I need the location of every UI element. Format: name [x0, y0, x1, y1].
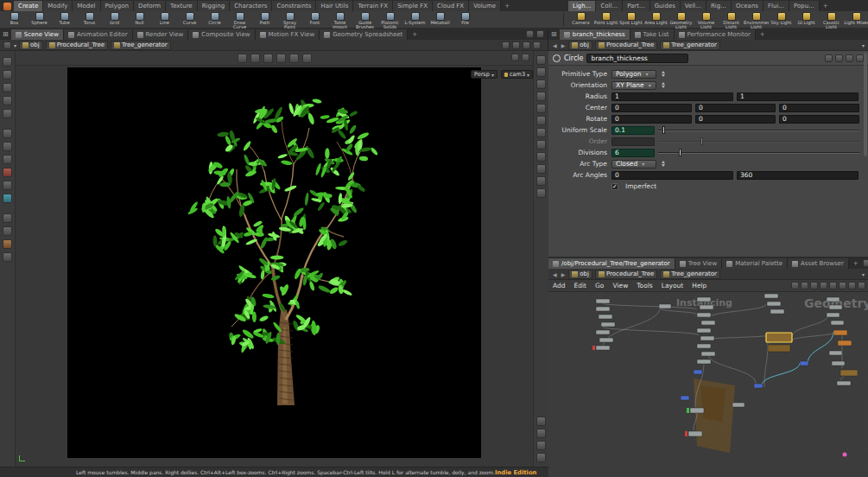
shelf-tab-deform[interactable]: Deform — [134, 1, 166, 11]
network-node[interactable] — [827, 297, 839, 302]
network-node[interactable] — [840, 370, 858, 376]
param-slider-divisions[interactable] — [658, 148, 861, 157]
shelf-tool-grid[interactable]: Grid — [102, 11, 127, 29]
new-shelf-tab-button[interactable]: + — [501, 1, 513, 11]
network-node[interactable] — [831, 321, 844, 325]
display-shaded-icon[interactable] — [536, 55, 546, 65]
param-field-arc-angles-0[interactable]: 0 — [611, 171, 733, 180]
forward-icon[interactable]: ▶ — [561, 42, 567, 48]
shelf-tool-spot-light[interactable]: Spot Light — [618, 11, 643, 29]
path-segment-tree-generator[interactable]: Tree_generator — [111, 41, 171, 50]
new-pane-tab-button[interactable]: + — [849, 258, 863, 269]
shelf-tool-line[interactable]: Line — [152, 11, 177, 29]
display-grid-icon[interactable] — [536, 104, 546, 113]
network-canvas[interactable]: InstancingGeometry — [548, 292, 868, 477]
display-materials-icon[interactable] — [536, 92, 546, 101]
network-node[interactable] — [764, 294, 778, 298]
network-menu-layout[interactable]: Layout — [657, 280, 688, 292]
node-wire[interactable] — [706, 335, 768, 340]
path-segment-procedural-tree[interactable]: Procedural_Tree — [595, 270, 657, 279]
network-tab-material-palette[interactable]: Material Palette — [722, 258, 788, 269]
shelf-tab-rigging[interactable]: Rigging — [198, 1, 231, 11]
network-node[interactable] — [596, 330, 610, 334]
shelf-tab-guides[interactable]: Guides — [650, 1, 681, 11]
grid-snap-icon[interactable] — [810, 282, 818, 289]
shelf-tab-part[interactable]: Part... — [623, 1, 650, 11]
scale-tool-icon[interactable] — [3, 109, 12, 118]
display-background-icon[interactable] — [536, 140, 546, 149]
layout-single-icon[interactable] — [536, 176, 546, 186]
display-lighting-icon[interactable] — [536, 80, 546, 89]
info-tool-icon[interactable] — [3, 252, 12, 262]
display-normals-icon[interactable] — [536, 128, 546, 137]
chevron-down-icon[interactable]: ▾ — [862, 271, 865, 277]
lasso-select-icon[interactable] — [250, 54, 260, 63]
path-segment-obj[interactable]: obj — [568, 41, 592, 50]
param-field-rotate-1[interactable]: 0 — [695, 115, 776, 124]
network-node[interactable] — [596, 346, 610, 350]
pane-tab-animation-editor[interactable]: Animation Editor — [64, 29, 133, 40]
back-icon[interactable]: ◀ — [552, 42, 558, 48]
shelf-tab-volume[interactable]: Volume — [469, 1, 501, 11]
shelf-tool-point-light[interactable]: Point Light — [593, 11, 618, 29]
param-field-divisions[interactable]: 6 — [611, 149, 655, 157]
shelf-tab-cloud-fx[interactable]: Cloud FX — [433, 1, 469, 11]
shelf-tab-oceans[interactable]: Oceans — [732, 1, 763, 11]
node-flag[interactable] — [685, 431, 687, 436]
node-name-field[interactable]: branch_thickness — [586, 54, 688, 63]
network-menu-go[interactable]: Go — [591, 280, 608, 292]
view-tool-icon[interactable] — [3, 57, 12, 67]
network-node[interactable] — [827, 313, 839, 317]
network-menu-tools[interactable]: Tools — [632, 280, 656, 292]
param-field-center-1[interactable]: 0 — [695, 104, 776, 112]
network-node[interactable] — [599, 338, 613, 342]
param-field-center-2[interactable]: 0 — [779, 104, 859, 112]
flag-icon[interactable] — [801, 282, 808, 289]
network-menu-add[interactable]: Add — [548, 280, 570, 292]
pane-tab-performance-monitor[interactable]: Performance Monitor — [675, 29, 756, 40]
layout-quad-icon[interactable] — [536, 188, 546, 198]
network-node[interactable] — [700, 305, 713, 309]
network-node[interactable] — [833, 330, 847, 335]
chevron-down-icon[interactable]: ▾ — [14, 42, 16, 48]
path-segment-obj[interactable]: obj — [19, 41, 43, 50]
path-segment-procedural-tree[interactable]: Procedural_Tree — [595, 41, 657, 50]
shelf-tool-camera[interactable]: Camera — [568, 11, 593, 29]
shelf-tab-vell[interactable]: Vell... — [681, 1, 706, 11]
path-segment-tree-generator[interactable]: Tree_generator — [660, 41, 720, 50]
shelf-tool-platonic-solids[interactable]: Platonic Solids — [377, 11, 402, 29]
network-tab-tree-view[interactable]: Tree View — [675, 258, 722, 269]
shelf-tool-guide-brushes[interactable]: Guide Brushes — [352, 11, 377, 29]
shelf-tab-hair-utils[interactable]: Hair Utils — [316, 1, 353, 11]
network-node[interactable] — [767, 302, 781, 306]
shelf-tab-flui[interactable]: Flui... — [763, 1, 789, 11]
pin-icon[interactable] — [856, 54, 864, 62]
multi-snap-icon[interactable] — [302, 54, 312, 63]
param-field-arc-angles-1[interactable]: 360 — [737, 171, 858, 180]
render-region-tool-icon[interactable] — [3, 239, 12, 249]
gear-icon[interactable] — [835, 54, 843, 62]
shelf-tab-ligh[interactable]: Ligh... — [568, 1, 596, 11]
shelf-tool-file[interactable]: File — [453, 11, 478, 29]
select-tool-icon[interactable] — [3, 70, 12, 80]
camera-selector-persp[interactable]: Persp ▾ — [471, 70, 497, 79]
snapshot-icon[interactable] — [536, 164, 546, 174]
param-field-uniform-scale[interactable]: 0.1 — [611, 126, 655, 135]
new-shelf-tab-button[interactable]: + — [820, 1, 832, 11]
camera-selector-cam3[interactable]: cam3 ▾ — [501, 70, 533, 79]
display-wireframe-icon[interactable] — [536, 67, 546, 77]
new-pane-tab-button[interactable]: + — [408, 29, 421, 40]
param-menu-arc-type[interactable]: Closed▾ — [611, 160, 656, 169]
pane-link-icon[interactable] — [3, 41, 11, 49]
network-node[interactable] — [596, 299, 610, 303]
snap-tool-icon[interactable] — [3, 155, 12, 164]
snapping-options-icon[interactable] — [263, 54, 273, 63]
translate-tool-icon[interactable] — [3, 83, 12, 92]
param-field-order[interactable] — [611, 137, 655, 146]
shelf-tool-l-system[interactable]: L-System — [402, 11, 428, 29]
color-correction-icon[interactable] — [536, 429, 546, 438]
select-arrow-icon[interactable] — [238, 54, 247, 63]
shelf-tool-volume-light[interactable]: Volume Light — [694, 11, 719, 29]
shelf-tool-torus[interactable]: Torus — [77, 11, 102, 29]
network-node[interactable] — [599, 315, 612, 319]
